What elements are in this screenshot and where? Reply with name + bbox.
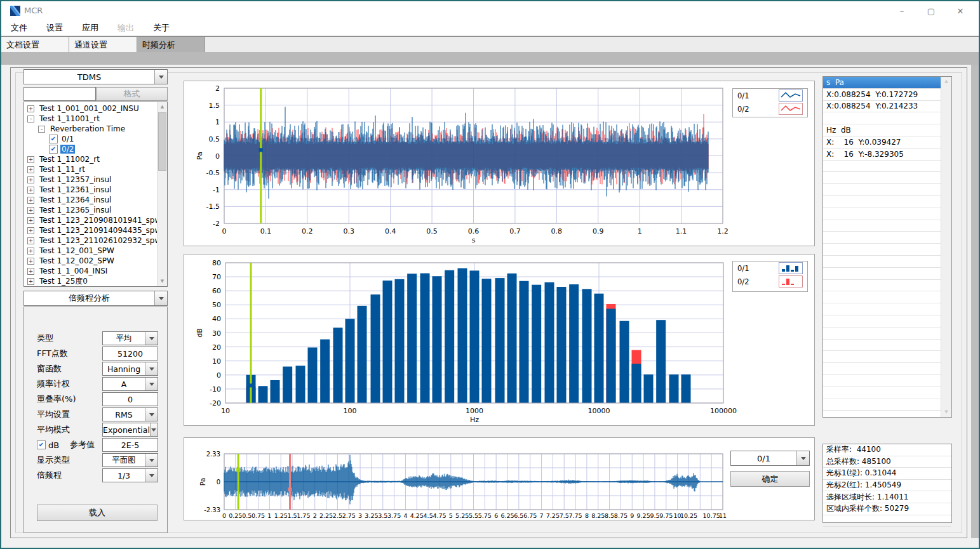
tree-item[interactable]: ✔0/1	[25, 134, 157, 144]
tree-item[interactable]: ✔0/2	[25, 144, 157, 154]
tab-通道设置[interactable]: 通道设置	[69, 37, 137, 53]
menu-item-应用[interactable]: 应用	[72, 22, 108, 34]
expand-plus-icon[interactable]: +	[27, 105, 34, 112]
readout-row[interactable]	[823, 268, 941, 280]
tree-item[interactable]: -Test 1_11001_rt	[25, 114, 157, 124]
collapse-minus-icon[interactable]: -	[27, 116, 34, 122]
octave-fraction-select[interactable]: 1/3	[102, 468, 158, 482]
tree-scrollbar-thumb[interactable]	[158, 112, 166, 171]
expand-plus-icon[interactable]: +	[27, 207, 34, 214]
expand-plus-icon[interactable]: +	[27, 197, 34, 204]
channel-checkbox[interactable]: ✔	[49, 145, 58, 154]
content-scrollbar[interactable]	[971, 65, 979, 538]
expand-plus-icon[interactable]: +	[27, 217, 34, 224]
format-button[interactable]: 格式	[96, 87, 168, 101]
tree-item[interactable]: +Test 1_12357_insul	[25, 175, 157, 185]
readout-row[interactable]	[823, 232, 941, 244]
readout-row[interactable]: Hz dB	[823, 124, 941, 136]
readout-row[interactable]	[823, 375, 941, 387]
expand-plus-icon[interactable]: +	[27, 227, 34, 234]
type-select[interactable]: 平均	[102, 331, 158, 345]
tree-item[interactable]: +Test 1_11_rt	[25, 164, 157, 175]
scroll-down-icon[interactable]: ▼	[941, 407, 951, 417]
analysis-type-select[interactable]: 倍频程分析	[23, 291, 168, 306]
readout-row[interactable]	[823, 220, 941, 232]
channel-checkbox[interactable]: ✔	[49, 135, 58, 143]
expand-plus-icon[interactable]: +	[27, 187, 34, 194]
expand-plus-icon[interactable]: +	[27, 248, 34, 255]
overview-waveform-plot[interactable]: 00.250.50.7511.251.51.7522.252.52.7533.2…	[184, 438, 814, 520]
tree-item[interactable]: +Test 1_11002_rt	[25, 154, 157, 164]
filter-input[interactable]	[23, 87, 96, 101]
scroll-down-icon[interactable]: ▼	[158, 277, 167, 286]
tree-item[interactable]: +Test 1_12_001_SPW	[25, 246, 157, 256]
readout-row[interactable]	[823, 327, 941, 340]
file-format-select[interactable]: TDMS	[23, 69, 168, 84]
readout-row[interactable]	[823, 340, 941, 352]
fft-points-input[interactable]: 51200	[102, 347, 158, 360]
tree-item[interactable]: +Test 1_12365_insul	[25, 205, 157, 215]
readout-row[interactable]	[823, 112, 941, 124]
readout-row[interactable]	[823, 172, 941, 184]
ref-value-input[interactable]: 2E-5	[102, 438, 158, 452]
expand-plus-icon[interactable]: +	[27, 166, 34, 173]
tree-item[interactable]: +Test 1_12364_insul	[25, 195, 157, 205]
readout-row[interactable]	[823, 303, 941, 315]
tree-scrollbar[interactable]: ▲ ▼	[157, 102, 167, 286]
scroll-up-icon[interactable]: ▲	[158, 102, 167, 112]
load-button[interactable]: 载入	[37, 505, 158, 521]
tree-item[interactable]: +Test 1_1_004_INSI	[25, 266, 157, 276]
expand-plus-icon[interactable]: +	[27, 278, 34, 285]
display-type-select[interactable]: 平面图	[102, 453, 158, 467]
readout-row[interactable]	[823, 411, 941, 417]
tree-item[interactable]: +Test 1_12361_insul	[25, 185, 157, 195]
expand-plus-icon[interactable]: +	[27, 176, 34, 183]
tree-item[interactable]: -Reverberation Time	[25, 124, 157, 134]
minimize-button[interactable]: –	[887, 1, 916, 20]
expand-plus-icon[interactable]: +	[27, 156, 34, 163]
readout-row[interactable]	[823, 315, 941, 327]
tree-item[interactable]: +Test 1_25度0	[25, 276, 157, 286]
tree-item[interactable]: +Test 1_123_211026102932_spw	[25, 235, 157, 246]
confirm-button[interactable]: 确定	[730, 471, 810, 487]
readout-row[interactable]	[823, 244, 941, 256]
tab-文档设置[interactable]: 文档设置	[1, 37, 69, 53]
avg-mode-select[interactable]: Exponential	[102, 423, 158, 437]
menu-item-关于[interactable]: 关于	[144, 22, 179, 34]
readout-row[interactable]	[823, 161, 941, 173]
collapse-minus-icon[interactable]: -	[38, 126, 45, 133]
expand-plus-icon[interactable]: +	[27, 237, 34, 244]
readout-row[interactable]	[823, 399, 941, 411]
avg-setting-select[interactable]: RMS	[102, 407, 158, 421]
readout-row[interactable]: X:0.088254 Y:0.172729	[823, 89, 941, 101]
tree-item[interactable]: +Test 1_001_001_002_INSU	[25, 103, 157, 114]
menu-item-设置[interactable]: 设置	[37, 22, 72, 34]
readout-row[interactable]: X: 16 Y:0.039427	[823, 136, 941, 149]
overlap-input[interactable]: 0	[102, 392, 158, 406]
menu-item-文件[interactable]: 文件	[1, 22, 37, 34]
readout-row[interactable]	[823, 387, 941, 399]
readout-row[interactable]: s Pa	[823, 77, 941, 89]
readout-row[interactable]	[823, 184, 941, 196]
readout-row[interactable]	[823, 196, 941, 208]
readout-scrollbar[interactable]: ▲ ▼	[941, 77, 951, 417]
db-checkbox[interactable]: ✔	[37, 440, 46, 449]
menu-item-输出[interactable]: 输出	[108, 22, 144, 34]
readout-row[interactable]	[823, 208, 941, 220]
readout-row[interactable]	[823, 363, 941, 375]
octave-spectrum-plot[interactable]: 80706050403020100-10-2010100100010000100…	[184, 255, 814, 425]
tree-item[interactable]: +Test 1_123_210908101941_spw	[25, 215, 157, 225]
tree-item[interactable]: +Test 1_123_210914094435_spw	[25, 225, 157, 235]
readout-row[interactable]	[823, 280, 941, 292]
tree-item[interactable]: +Test 1_12_002_SPW	[25, 256, 157, 266]
channel-select[interactable]: 0/1	[730, 451, 810, 466]
readout-row[interactable]: X:0.088254 Y:0.214233	[823, 101, 941, 113]
expand-plus-icon[interactable]: +	[27, 268, 34, 275]
readout-row[interactable]: X: 16 Y:-8.329305	[823, 149, 941, 161]
readout-row[interactable]	[823, 291, 941, 303]
close-button[interactable]: ✕	[946, 1, 975, 20]
maximize-button[interactable]: ▢	[916, 1, 946, 20]
readout-row[interactable]	[823, 351, 941, 363]
scroll-up-icon[interactable]: ▲	[941, 77, 951, 86]
time-waveform-plot[interactable]: 00.10.20.30.40.50.60.70.80.911.11.221.51…	[184, 81, 814, 246]
